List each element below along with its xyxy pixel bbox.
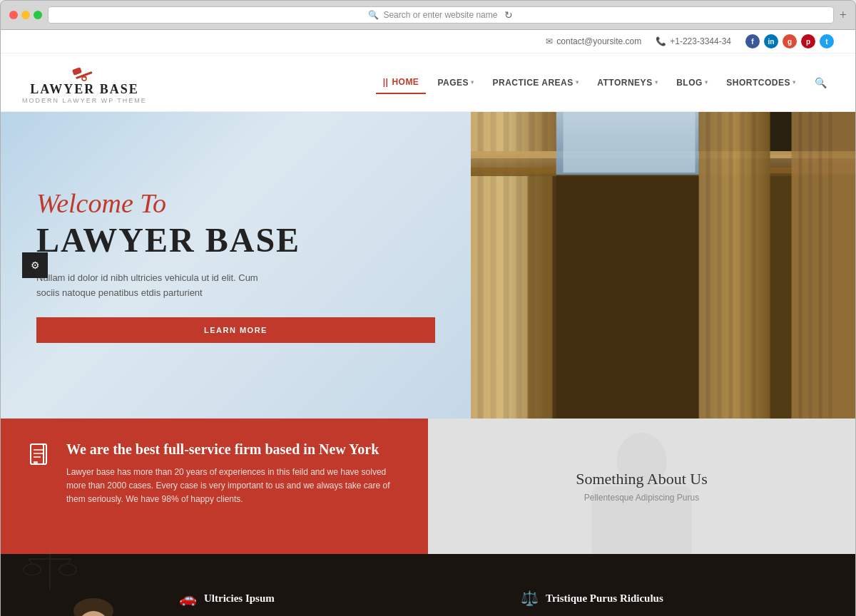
linkedin-icon[interactable]: in [764, 34, 778, 48]
hero-section: ⚙ Welcome To LAWYER BASE Nullam id dolor… [1, 112, 855, 419]
logo-icon [70, 61, 98, 82]
svg-rect-23 [798, 112, 802, 419]
firm-description: We are the best full-service firm based … [1, 419, 428, 554]
chevron-down-icon: ▾ [793, 79, 796, 86]
about-us-panel: Something About Us Pellentesque Adipisci… [428, 419, 855, 554]
svg-point-43 [59, 564, 76, 575]
svg-line-42 [29, 559, 32, 564]
logo-subtitle: MODERN LAWYER WP THEME [22, 97, 147, 104]
service-title-1: Ultricies Ipsum [204, 592, 275, 605]
columns-image [471, 112, 855, 419]
nav-home[interactable]: || HOME [376, 71, 427, 94]
chevron-down-icon: ▾ [471, 79, 474, 86]
browser-chrome: 🔍 Search or enter website name ↻ + [0, 0, 856, 30]
hero-welcome-text: Welcome To [36, 188, 435, 219]
logo-text: LAWYER BASE [30, 82, 139, 97]
googleplus-icon[interactable]: g [783, 34, 797, 48]
main-nav: || HOME PAGES ▾ PRACTICE AREAS ▾ ATTORNE… [376, 71, 834, 94]
attorney-figure [29, 590, 158, 616]
services-grid: 🚗 Ultricies Ipsum Fusce dapibus, tellus … [179, 590, 834, 616]
svg-rect-21 [751, 112, 755, 419]
about-content: Something About Us Pellentesque Adipisci… [576, 470, 708, 503]
svg-rect-1 [72, 67, 82, 76]
contact-phone: 📞 +1-223-3344-34 [656, 36, 731, 46]
facebook-icon[interactable]: f [745, 34, 760, 48]
reload-icon[interactable]: ↻ [504, 9, 513, 21]
firm-title: We are the best full-service firm based … [66, 440, 399, 458]
search-icon: 🔍 [368, 10, 379, 20]
attorney-image [22, 590, 165, 616]
hero-title: LAWYER BASE [36, 220, 435, 260]
chevron-down-icon: ▾ [655, 79, 658, 86]
new-tab-button[interactable]: + [840, 8, 847, 23]
svg-rect-27 [552, 176, 698, 419]
svg-rect-24 [808, 112, 812, 419]
svg-rect-18 [717, 112, 721, 419]
minimize-dot[interactable] [21, 11, 30, 19]
site-header: LAWYER BASE MODERN LAWYER WP THEME || HO… [1, 53, 855, 112]
url-bar[interactable]: 🔍 Search or enter website name ↻ [48, 6, 834, 24]
nav-attorneys[interactable]: ATTORNEYS ▾ [590, 72, 665, 93]
hero-image [471, 112, 855, 419]
learn-more-button[interactable]: LEARN MORE [36, 317, 435, 343]
service-desc-1: Fusce dapibus, tellus ac cursus commodo,… [179, 612, 492, 616]
mid-section: We are the best full-service firm based … [1, 419, 855, 554]
about-title: Something About Us [576, 470, 708, 488]
pinterest-icon[interactable]: p [801, 34, 815, 48]
svg-rect-29 [563, 112, 695, 173]
car-icon: 🚗 [179, 590, 197, 607]
service-title-2: Tristique Purus Ridiculus [546, 592, 663, 605]
svg-rect-35 [34, 461, 38, 464]
scales-icon: ⚖️ [521, 590, 539, 607]
url-text: Search or enter website name [383, 10, 497, 20]
chevron-down-icon: ▾ [705, 79, 708, 86]
contact-email: ✉ contact@yoursite.com [546, 36, 641, 46]
nav-practice-areas[interactable]: PRACTICE AREAS ▾ [486, 72, 586, 93]
svg-rect-20 [740, 112, 744, 419]
svg-rect-19 [728, 112, 733, 419]
nav-shortcodes[interactable]: SHORTCODES ▾ [719, 72, 802, 93]
service-desc-2: Fusce dapibus, tellus ac cursus commodo,… [521, 612, 834, 616]
nav-blog[interactable]: BLOG ▾ [669, 72, 715, 93]
top-bar: ✉ contact@yoursite.com 📞 +1-223-3344-34 … [1, 30, 855, 53]
svg-rect-17 [705, 112, 710, 419]
nav-pages[interactable]: PAGES ▾ [430, 72, 481, 93]
firm-description-text: Lawyer base has more than 20 years of ex… [66, 466, 399, 507]
phone-icon: 📞 [656, 36, 666, 46]
svg-rect-25 [818, 112, 822, 419]
chevron-down-icon: ▾ [576, 79, 579, 86]
services-section: 🚗 Ultricies Ipsum Fusce dapibus, tellus … [1, 554, 855, 616]
about-subtitle: Pellentesque Adipiscing Purus [576, 493, 708, 503]
search-button[interactable]: 🔍 [807, 71, 835, 94]
svg-line-44 [68, 559, 71, 564]
firm-text: We are the best full-service firm based … [66, 440, 399, 507]
svg-rect-26 [828, 112, 832, 419]
social-icons: f in g p t [745, 34, 834, 48]
service-header-1: 🚗 Ultricies Ipsum [179, 590, 492, 607]
twitter-icon[interactable]: t [820, 34, 834, 48]
fullscreen-dot[interactable] [34, 11, 42, 19]
logo[interactable]: LAWYER BASE MODERN LAWYER WP THEME [22, 61, 147, 104]
close-dot[interactable] [9, 11, 18, 19]
svg-point-41 [24, 564, 41, 575]
hero-description: Nullam id dolor id nibh ultricies vehicu… [36, 271, 279, 301]
email-icon: ✉ [546, 36, 553, 46]
nav-pipes: || [383, 77, 389, 87]
browser-dots [9, 11, 42, 19]
service-header-2: ⚖️ Tristique Purus Ridiculus [521, 590, 834, 607]
browser-toolbar: 🔍 Search or enter website name ↻ + [9, 6, 847, 29]
svg-rect-31 [31, 444, 44, 464]
website-container: ✉ contact@yoursite.com 📞 +1-223-3344-34 … [0, 30, 856, 616]
search-icon: 🔍 [815, 77, 827, 88]
service-item-2: ⚖️ Tristique Purus Ridiculus Fusce dapib… [521, 590, 834, 616]
document-icon [29, 443, 52, 473]
service-item-1: 🚗 Ultricies Ipsum Fusce dapibus, tellus … [179, 590, 492, 616]
settings-icon[interactable]: ⚙ [22, 252, 48, 278]
hero-content: Welcome To LAWYER BASE Nullam id dolor i… [1, 112, 471, 419]
